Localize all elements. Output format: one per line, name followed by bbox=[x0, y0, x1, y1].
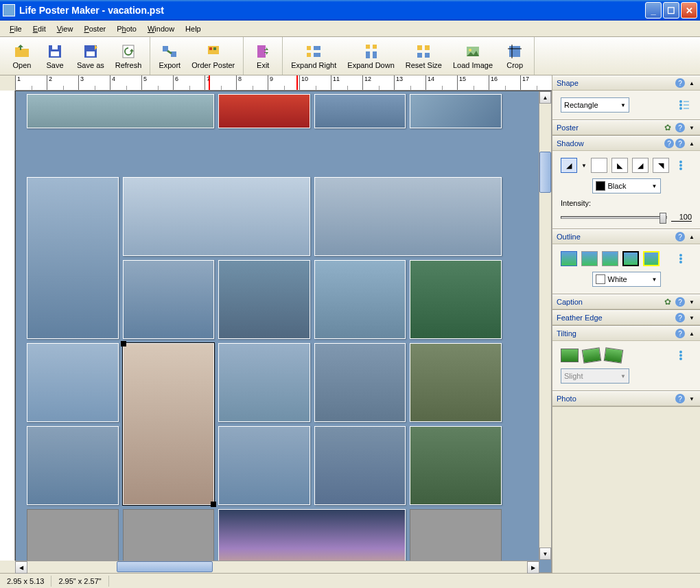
photo-cell[interactable] bbox=[27, 343, 119, 422]
photo-cell[interactable] bbox=[314, 426, 406, 505]
canvas-viewport[interactable]: ▲ ▼ bbox=[15, 91, 552, 573]
panel-header-tilting[interactable]: Tilting?▲ bbox=[552, 326, 700, 341]
apply-all-icon[interactable] bbox=[677, 97, 692, 113]
menu-help[interactable]: Help bbox=[180, 23, 207, 35]
reset-size-button[interactable]: Reset Size bbox=[400, 37, 447, 75]
expand-icon[interactable]: ▼ bbox=[688, 315, 696, 321]
intensity-value[interactable]: 100 bbox=[671, 213, 692, 222]
shadow-option[interactable]: ◥ bbox=[653, 158, 669, 173]
photo-cell[interactable] bbox=[218, 260, 310, 339]
photo-cell[interactable] bbox=[123, 177, 310, 256]
photo-cell-selected[interactable] bbox=[123, 343, 215, 505]
outline-option[interactable] bbox=[643, 251, 660, 266]
menu-window[interactable]: Window bbox=[142, 23, 180, 35]
panel-header-photo[interactable]: Photo?▼ bbox=[552, 391, 700, 406]
help-icon[interactable]: ? bbox=[675, 394, 685, 403]
photo-cell[interactable] bbox=[27, 177, 119, 339]
photo-cell[interactable] bbox=[218, 94, 310, 128]
photo-cell[interactable] bbox=[410, 426, 502, 505]
menu-edit[interactable]: Edit bbox=[27, 23, 51, 35]
panel-header-feather[interactable]: Feather Edge?▼ bbox=[552, 310, 700, 325]
photo-cell[interactable] bbox=[218, 343, 310, 422]
order-poster-button[interactable]: Order Poster bbox=[186, 37, 240, 75]
menu-photo[interactable]: Photo bbox=[111, 23, 142, 35]
export-button[interactable]: Export bbox=[153, 37, 186, 75]
help-icon[interactable]: ? bbox=[664, 139, 674, 148]
scroll-thumb[interactable] bbox=[539, 152, 551, 193]
scrollbar-vertical[interactable]: ▲ ▼ bbox=[539, 91, 551, 560]
maximize-button[interactable]: ☐ bbox=[663, 2, 679, 19]
help-icon[interactable]: ? bbox=[675, 329, 685, 338]
shadow-option[interactable] bbox=[591, 158, 607, 173]
scroll-left-button[interactable]: ◀ bbox=[15, 561, 27, 574]
menu-file[interactable]: File bbox=[4, 23, 27, 35]
expand-icon[interactable]: ▼ bbox=[688, 125, 696, 131]
panel-header-shape[interactable]: Shape?▲ bbox=[552, 75, 700, 91]
outline-color-select[interactable]: White▼ bbox=[592, 272, 661, 287]
outline-option[interactable] bbox=[581, 251, 598, 266]
gear-icon[interactable]: ✿ bbox=[664, 297, 674, 307]
collapse-icon[interactable]: ▲ bbox=[688, 80, 696, 86]
close-button[interactable]: ✕ bbox=[681, 2, 697, 19]
scrollbar-horizontal[interactable]: ◀ ▶ bbox=[15, 561, 539, 573]
collapse-icon[interactable]: ▲ bbox=[688, 331, 696, 337]
shadow-option[interactable]: ◢ bbox=[632, 158, 649, 173]
apply-all-icon[interactable] bbox=[677, 251, 692, 266]
shadow-color-select[interactable]: Black▼ bbox=[592, 178, 661, 193]
collapse-icon[interactable]: ▲ bbox=[688, 234, 696, 240]
expand-icon[interactable]: ▼ bbox=[688, 396, 696, 402]
photo-cell[interactable] bbox=[27, 426, 119, 505]
load-image-button[interactable]: Load Image bbox=[447, 37, 498, 75]
outline-option[interactable] bbox=[622, 251, 639, 266]
help-icon[interactable]: ? bbox=[675, 139, 685, 148]
exit-button[interactable]: Exit bbox=[246, 37, 279, 75]
slider-thumb[interactable] bbox=[660, 213, 666, 224]
gear-icon[interactable]: ✿ bbox=[664, 123, 674, 132]
photo-cell[interactable] bbox=[410, 343, 502, 422]
apply-all-icon[interactable] bbox=[677, 348, 692, 363]
outline-option[interactable] bbox=[561, 251, 577, 266]
help-icon[interactable]: ? bbox=[675, 123, 685, 132]
tilt-option[interactable] bbox=[604, 347, 624, 363]
photo-cell[interactable] bbox=[314, 177, 502, 256]
minimize-button[interactable]: _ bbox=[645, 2, 662, 19]
shadow-option[interactable]: ◢ bbox=[561, 158, 577, 173]
menu-poster[interactable]: Poster bbox=[78, 23, 111, 35]
scroll-up-button[interactable]: ▲ bbox=[539, 91, 551, 104]
help-icon[interactable]: ? bbox=[675, 313, 685, 322]
photo-cell[interactable] bbox=[314, 94, 406, 128]
help-icon[interactable]: ? bbox=[675, 297, 685, 307]
photo-cell[interactable] bbox=[314, 343, 406, 422]
expand-icon[interactable]: ▼ bbox=[688, 299, 696, 305]
photo-cell[interactable] bbox=[314, 260, 406, 339]
panel-header-poster[interactable]: Poster✿?▼ bbox=[552, 120, 700, 135]
crop-button[interactable]: Crop bbox=[498, 37, 531, 75]
shadow-option[interactable]: ◣ bbox=[611, 158, 628, 173]
expand-right-button[interactable]: Expand Right bbox=[285, 37, 342, 75]
photo-cell[interactable] bbox=[218, 426, 310, 505]
collapse-icon[interactable]: ▲ bbox=[688, 141, 696, 147]
outline-option[interactable] bbox=[602, 251, 618, 266]
menu-view[interactable]: View bbox=[51, 23, 79, 35]
photo-cell[interactable] bbox=[27, 94, 214, 128]
save-button[interactable]: Save bbox=[38, 37, 71, 75]
panel-header-shadow[interactable]: Shadow??▲ bbox=[552, 136, 700, 151]
panel-header-outline[interactable]: Outline?▲ bbox=[552, 229, 700, 244]
scroll-down-button[interactable]: ▼ bbox=[539, 548, 551, 560]
tilt-option[interactable] bbox=[561, 349, 579, 362]
photo-cell[interactable] bbox=[123, 260, 215, 339]
open-button[interactable]: Open bbox=[5, 37, 38, 75]
help-icon[interactable]: ? bbox=[675, 232, 685, 242]
shape-select[interactable]: Rectangle▼ bbox=[561, 97, 629, 113]
panel-header-caption[interactable]: Caption✿?▼ bbox=[552, 294, 700, 309]
intensity-slider[interactable] bbox=[561, 216, 667, 219]
expand-down-button[interactable]: Expand Down bbox=[342, 37, 400, 75]
tilt-option[interactable] bbox=[582, 347, 602, 363]
photo-cell[interactable] bbox=[410, 94, 502, 128]
saveas-button[interactable]: Save as bbox=[71, 37, 110, 75]
photo-cell[interactable] bbox=[410, 260, 502, 339]
scroll-thumb[interactable] bbox=[117, 561, 213, 572]
help-icon[interactable]: ? bbox=[675, 78, 685, 88]
scroll-right-button[interactable]: ▶ bbox=[527, 561, 539, 574]
apply-all-icon[interactable] bbox=[677, 158, 692, 173]
